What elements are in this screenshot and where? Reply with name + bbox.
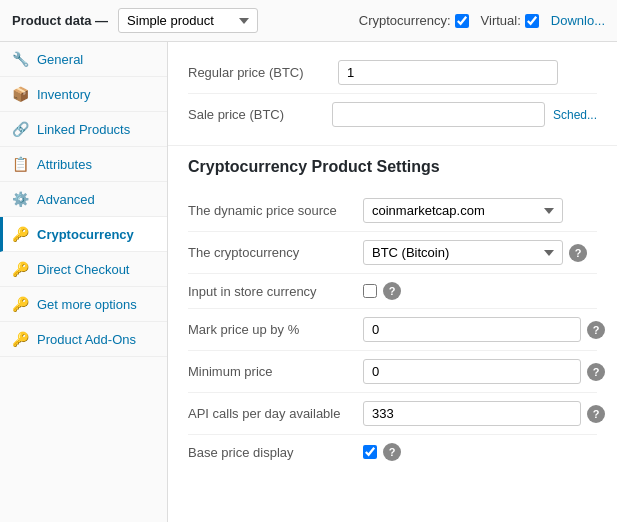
- key-icon-more: 🔑: [12, 296, 29, 312]
- price-section: Regular price (BTC) Sale price (BTC) Sch…: [168, 42, 617, 146]
- crypto-settings: Cryptocurrency Product Settings The dyna…: [168, 146, 617, 481]
- minimum-price-control: ?: [363, 359, 605, 384]
- sale-price-input[interactable]: [332, 102, 545, 127]
- product-type-select[interactable]: Simple product Variable product Grouped …: [118, 8, 258, 33]
- main-content: 🔧 General 📦 Inventory 🔗 Linked Products …: [0, 42, 617, 522]
- product-data-label: Product data —: [12, 13, 108, 28]
- regular-price-label: Regular price (BTC): [188, 65, 338, 80]
- sidebar-item-direct-checkout[interactable]: 🔑 Direct Checkout: [0, 252, 167, 287]
- downloadable-link[interactable]: Downlo...: [551, 13, 605, 28]
- sidebar-item-cryptocurrency[interactable]: 🔑 Cryptocurrency: [0, 217, 167, 252]
- key-icon-addons: 🔑: [12, 331, 29, 347]
- sidebar: 🔧 General 📦 Inventory 🔗 Linked Products …: [0, 42, 168, 522]
- mark-price-help-icon[interactable]: ?: [587, 321, 605, 339]
- sidebar-item-get-more-options[interactable]: 🔑 Get more options: [0, 287, 167, 322]
- store-currency-help-icon[interactable]: ?: [383, 282, 401, 300]
- store-currency-checkbox[interactable]: [363, 284, 377, 298]
- cryptocurrency-row: The cryptocurrency BTC (Bitcoin) ETH (Et…: [188, 232, 597, 274]
- sidebar-item-label: Inventory: [37, 87, 90, 102]
- schedule-link[interactable]: Sched...: [553, 108, 597, 122]
- sidebar-item-label: Advanced: [37, 192, 95, 207]
- cryptocurrency-label: The cryptocurrency: [188, 245, 363, 260]
- dynamic-price-source-label: The dynamic price source: [188, 203, 363, 218]
- api-calls-input[interactable]: [363, 401, 581, 426]
- key-icon-crypto: 🔑: [12, 226, 29, 242]
- api-calls-control: ?: [363, 401, 605, 426]
- wrench-icon: 🔧: [12, 51, 29, 67]
- virtual-checkbox-item: Virtual:: [481, 13, 539, 28]
- virtual-checkbox[interactable]: [525, 14, 539, 28]
- cryptocurrency-checkbox-label: Cryptocurrency:: [359, 13, 451, 28]
- api-calls-help-icon[interactable]: ?: [587, 405, 605, 423]
- link-icon: 🔗: [12, 121, 29, 137]
- list-icon: 📋: [12, 156, 29, 172]
- sidebar-item-label: Get more options: [37, 297, 137, 312]
- cryptocurrency-select[interactable]: BTC (Bitcoin) ETH (Ethereum) LTC (Liteco…: [363, 240, 563, 265]
- product-data-header: Product data — Simple product Variable p…: [0, 0, 617, 42]
- cryptocurrency-help-icon[interactable]: ?: [569, 244, 587, 262]
- inventory-icon: 📦: [12, 86, 29, 102]
- api-calls-label: API calls per day available: [188, 406, 363, 421]
- base-price-display-label: Base price display: [188, 445, 363, 460]
- sidebar-item-label: Product Add-Ons: [37, 332, 136, 347]
- sale-price-label: Sale price (BTC): [188, 107, 332, 122]
- sidebar-item-general[interactable]: 🔧 General: [0, 42, 167, 77]
- key-icon-checkout: 🔑: [12, 261, 29, 277]
- cryptocurrency-checkbox[interactable]: [455, 14, 469, 28]
- regular-price-input[interactable]: [338, 60, 558, 85]
- store-currency-label: Input in store currency: [188, 284, 363, 299]
- dynamic-price-source-select[interactable]: coinmarketcap.com cryptocompare.com: [363, 198, 563, 223]
- sidebar-item-label: General: [37, 52, 83, 67]
- store-currency-row: Input in store currency ?: [188, 274, 597, 309]
- store-currency-control: ?: [363, 282, 401, 300]
- content-area: Regular price (BTC) Sale price (BTC) Sch…: [168, 42, 617, 522]
- mark-price-input[interactable]: [363, 317, 581, 342]
- sidebar-item-label: Direct Checkout: [37, 262, 129, 277]
- sidebar-item-attributes[interactable]: 📋 Attributes: [0, 147, 167, 182]
- minimum-price-input[interactable]: [363, 359, 581, 384]
- header-checkboxes: Cryptocurrency: Virtual: Downlo...: [359, 13, 605, 28]
- cryptocurrency-checkbox-item: Cryptocurrency:: [359, 13, 469, 28]
- sale-price-row: Sale price (BTC) Sched...: [188, 94, 597, 135]
- minimum-price-label: Minimum price: [188, 364, 363, 379]
- api-calls-row: API calls per day available ?: [188, 393, 597, 435]
- dynamic-price-source-row: The dynamic price source coinmarketcap.c…: [188, 190, 597, 232]
- base-price-display-help-icon[interactable]: ?: [383, 443, 401, 461]
- sidebar-item-label: Linked Products: [37, 122, 130, 137]
- mark-price-row: Mark price up by % ?: [188, 309, 597, 351]
- sidebar-item-product-add-ons[interactable]: 🔑 Product Add-Ons: [0, 322, 167, 357]
- sidebar-item-label: Cryptocurrency: [37, 227, 134, 242]
- crypto-settings-title: Cryptocurrency Product Settings: [188, 158, 597, 176]
- sidebar-item-linked-products[interactable]: 🔗 Linked Products: [0, 112, 167, 147]
- base-price-display-checkbox[interactable]: [363, 445, 377, 459]
- virtual-checkbox-label: Virtual:: [481, 13, 521, 28]
- base-price-display-control: ?: [363, 443, 401, 461]
- minimum-price-row: Minimum price ?: [188, 351, 597, 393]
- mark-price-control: ?: [363, 317, 605, 342]
- cryptocurrency-control: BTC (Bitcoin) ETH (Ethereum) LTC (Liteco…: [363, 240, 587, 265]
- gear-icon: ⚙️: [12, 191, 29, 207]
- base-price-display-row: Base price display ?: [188, 435, 597, 469]
- regular-price-row: Regular price (BTC): [188, 52, 597, 94]
- mark-price-label: Mark price up by %: [188, 322, 363, 337]
- minimum-price-help-icon[interactable]: ?: [587, 363, 605, 381]
- dynamic-price-source-control: coinmarketcap.com cryptocompare.com: [363, 198, 563, 223]
- sidebar-item-inventory[interactable]: 📦 Inventory: [0, 77, 167, 112]
- sidebar-item-label: Attributes: [37, 157, 92, 172]
- sidebar-item-advanced[interactable]: ⚙️ Advanced: [0, 182, 167, 217]
